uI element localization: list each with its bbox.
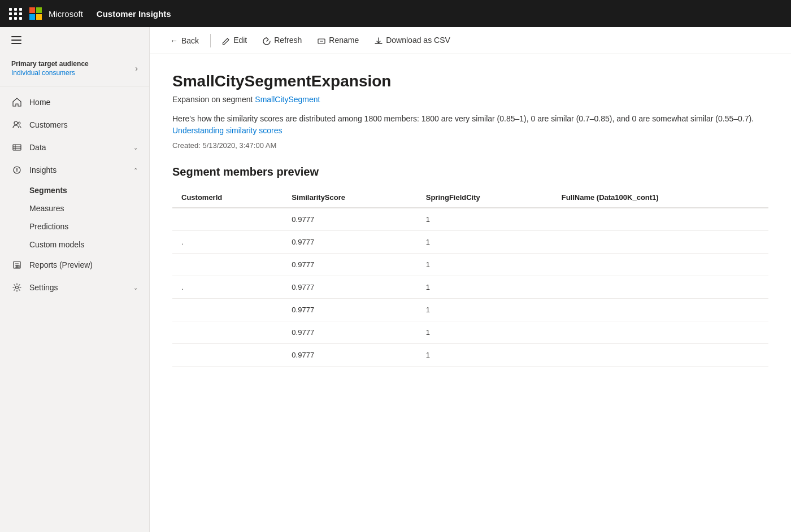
table-row: 0.97771	[172, 208, 768, 231]
svg-point-7	[16, 171, 18, 172]
main-layout: Primary target audience Individual consu…	[0, 27, 791, 532]
sidebar-item-reports-label: Reports (Preview)	[29, 260, 93, 269]
sidebar-item-custom-models-label: Custom models	[29, 240, 84, 249]
topbar: Microsoft Customer Insights	[0, 0, 791, 27]
svg-rect-2	[13, 145, 21, 150]
members-table: CustomerId SimilarityScore SpringFieldCi…	[172, 187, 768, 367]
audience-selector[interactable]: Primary target audience Individual consu…	[0, 53, 149, 86]
sidebar-item-insights-label: Insights	[29, 165, 56, 175]
sidebar-nav: Home Customers	[0, 86, 149, 532]
download-label: Download as CSV	[386, 36, 450, 45]
table-row: 0.97771	[172, 344, 768, 367]
svg-point-0	[14, 121, 18, 125]
description-text: Here's how the similarity scores are dis…	[172, 114, 754, 123]
download-button[interactable]: Download as CSV	[368, 32, 457, 48]
segment-title: SmallCitySegmentExpansion	[172, 72, 768, 90]
home-icon	[11, 97, 23, 108]
brand-name: Microsoft	[49, 9, 83, 19]
insights-chevron-icon: ⌃	[133, 167, 138, 173]
sidebar-item-home-label: Home	[29, 98, 50, 107]
settings-icon	[11, 282, 23, 293]
svg-point-15	[16, 286, 19, 289]
audience-chevron-icon: ›	[135, 64, 138, 73]
segment-description: Here's how the similarity scores are dis…	[172, 113, 768, 137]
sidebar-item-segments-label: Segments	[29, 186, 67, 195]
download-icon	[375, 36, 383, 45]
refresh-icon	[263, 36, 271, 45]
insights-icon	[11, 164, 23, 176]
sidebar-item-settings-label: Settings	[29, 283, 58, 292]
sidebar-item-customers[interactable]: Customers	[0, 114, 149, 136]
audience-label: Primary target audience	[11, 60, 89, 68]
app-title: Customer Insights	[97, 9, 171, 19]
hamburger-icon	[11, 36, 138, 44]
customers-icon	[11, 119, 23, 130]
svg-point-1	[18, 122, 20, 124]
sidebar-item-custom-models[interactable]: Custom models	[0, 236, 149, 254]
page-content: SmallCitySegmentExpansion Expansion on s…	[150, 54, 791, 532]
segment-created: Created: 5/13/2020, 3:47:00 AM	[172, 141, 768, 150]
sidebar-item-data-label: Data	[29, 143, 46, 152]
col-customerid: CustomerId	[172, 187, 282, 208]
sidebar-item-measures-label: Measures	[29, 204, 64, 213]
edit-label: Edit	[233, 36, 247, 45]
rename-icon	[318, 36, 325, 45]
edit-button[interactable]: Edit	[215, 32, 254, 48]
sidebar-item-customers-label: Customers	[29, 120, 68, 129]
table-row: .0.97771	[172, 231, 768, 254]
back-icon: ←	[170, 36, 178, 45]
col-similarity: SimilarityScore	[282, 187, 416, 208]
back-label: Back	[181, 36, 199, 45]
toolbar: ← Back Edit Refresh	[150, 27, 791, 54]
sidebar-item-predictions-label: Predictions	[29, 222, 68, 231]
rename-button[interactable]: Rename	[311, 32, 366, 48]
data-icon	[11, 142, 23, 153]
subtitle-link[interactable]: SmallCitySegment	[255, 95, 320, 104]
preview-title: Segment members preview	[172, 165, 768, 178]
reports-icon	[11, 259, 23, 271]
rename-label: Rename	[329, 36, 359, 45]
col-springfield: SpringFieldCity	[417, 187, 553, 208]
sidebar-item-reports[interactable]: Reports (Preview)	[0, 254, 149, 276]
sidebar-item-measures[interactable]: Measures	[0, 199, 149, 217]
audience-value: Individual consumers	[11, 69, 89, 77]
sidebar-item-predictions[interactable]: Predictions	[0, 217, 149, 236]
waffle-icon[interactable]	[9, 8, 23, 20]
settings-chevron-icon: ⌄	[133, 285, 138, 291]
table-row: 0.97771	[172, 299, 768, 321]
table-row: 0.97771	[172, 254, 768, 276]
microsoft-logo	[29, 7, 42, 20]
table-row: .0.97771	[172, 276, 768, 299]
sidebar-item-settings[interactable]: Settings ⌄	[0, 276, 149, 299]
content-area: ← Back Edit Refresh	[150, 27, 791, 532]
sidebar-item-segments[interactable]: Segments	[0, 181, 149, 199]
sidebar-item-home[interactable]: Home	[0, 91, 149, 114]
refresh-label: Refresh	[274, 36, 302, 45]
col-fullname: FullName (Data100K_cont1)	[553, 187, 768, 208]
sidebar-item-data[interactable]: Data ⌄	[0, 136, 149, 159]
hamburger-button[interactable]	[0, 27, 149, 53]
back-button[interactable]: ← Back	[163, 33, 206, 49]
segment-subtitle: Expansion on segment SmallCitySegment	[172, 95, 768, 104]
table-row: 0.97771	[172, 321, 768, 344]
data-chevron-icon: ⌄	[133, 145, 138, 151]
sidebar-item-insights[interactable]: Insights ⌃	[0, 159, 149, 181]
refresh-button[interactable]: Refresh	[256, 32, 308, 48]
toolbar-divider	[210, 34, 211, 47]
sidebar: Primary target audience Individual consu…	[0, 27, 150, 532]
edit-icon	[222, 36, 230, 45]
similarity-scores-link[interactable]: Understanding similarity scores	[172, 126, 282, 135]
subtitle-prefix: Expansion on segment	[172, 95, 255, 104]
